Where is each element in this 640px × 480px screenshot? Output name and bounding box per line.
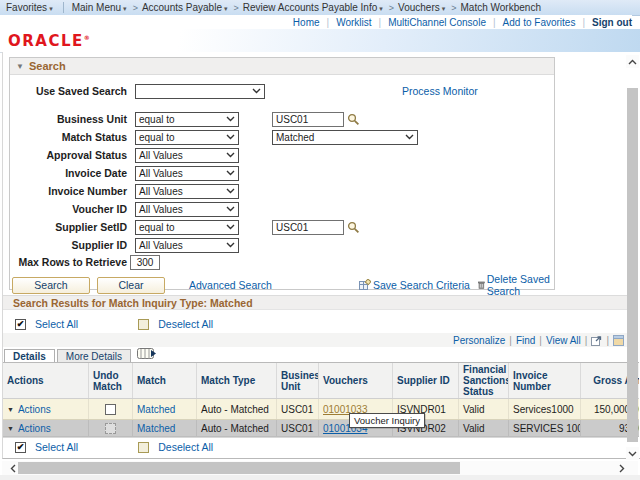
match-type-value: Auto - Matched bbox=[197, 420, 277, 436]
chevron-down-icon bbox=[226, 134, 235, 140]
voucher-id-label: Voucher ID bbox=[10, 203, 135, 215]
worklist-link[interactable]: Worklist bbox=[336, 17, 371, 28]
supplier-setid-row: Supplier SetID equal to bbox=[10, 218, 554, 236]
show-all-columns-icon[interactable] bbox=[137, 348, 157, 362]
supplier-setid-operator-select[interactable]: equal to bbox=[135, 220, 239, 235]
column-header-supplier-id: Supplier ID bbox=[393, 363, 459, 398]
header-band: ORACLE® bbox=[0, 29, 640, 53]
table-row: ▼Actions Matched Auto - Matched USC01 01… bbox=[3, 420, 639, 437]
undo-match-checkbox[interactable] bbox=[105, 404, 116, 415]
deselect-all-checkbox[interactable] bbox=[138, 319, 149, 330]
chevron-down-icon bbox=[226, 188, 235, 194]
select-all-link[interactable]: Select All bbox=[35, 441, 78, 453]
select-all-checkbox[interactable]: ✔ bbox=[15, 442, 26, 453]
tab-more-details[interactable]: More Details bbox=[57, 349, 131, 363]
invoice-number-value: SERVICES 1001 bbox=[509, 420, 581, 436]
download-grid-icon[interactable] bbox=[613, 335, 624, 346]
scrollbar-thumb[interactable] bbox=[18, 462, 460, 474]
divider: | bbox=[585, 335, 588, 346]
chevron-down-icon bbox=[226, 206, 235, 212]
trash-icon bbox=[478, 279, 485, 291]
business-unit-input[interactable] bbox=[272, 112, 344, 127]
search-button[interactable]: Search bbox=[12, 277, 90, 294]
scrollbar-thumb[interactable] bbox=[627, 88, 638, 442]
sign-out-link[interactable]: Sign out bbox=[592, 17, 632, 28]
collapse-triangle-icon: ▼ bbox=[16, 62, 24, 71]
invoice-number-select[interactable]: All Values bbox=[135, 184, 239, 199]
process-monitor-link[interactable]: Process Monitor bbox=[402, 85, 478, 97]
horizontal-scrollbar[interactable] bbox=[2, 461, 638, 475]
financial-sanctions-status-value: Valid bbox=[459, 420, 509, 436]
lookup-magnifier-icon[interactable] bbox=[347, 221, 360, 234]
delete-saved-search-link[interactable]: Delete Saved Search bbox=[478, 273, 554, 297]
save-search-criteria-link[interactable]: Save Search Criteria bbox=[359, 279, 470, 291]
invoice-number-value: Services1000 bbox=[509, 399, 581, 419]
breadcrumb-vouchers[interactable]: Vouchers▾ bbox=[398, 2, 447, 13]
breadcrumb-separator: > bbox=[233, 3, 238, 13]
invoice-date-select[interactable]: All Values bbox=[135, 166, 239, 181]
max-rows-input[interactable] bbox=[130, 255, 160, 270]
multichannel-console-link[interactable]: MultiChannel Console bbox=[388, 17, 486, 28]
column-header-business-unit: Business Unit bbox=[277, 363, 319, 398]
match-status-operator-select[interactable]: equal to bbox=[135, 130, 239, 145]
supplier-setid-input[interactable] bbox=[272, 220, 344, 235]
popup-window-icon[interactable] bbox=[591, 335, 602, 346]
business-unit-operator-select[interactable]: equal to bbox=[135, 112, 239, 127]
match-status-value-select[interactable]: Matched bbox=[272, 130, 418, 145]
row-actions-menu[interactable]: ▼Actions bbox=[7, 404, 51, 415]
add-to-favorites-link[interactable]: Add to Favorites bbox=[503, 17, 576, 28]
tab-details[interactable]: Details bbox=[4, 349, 55, 363]
use-saved-search-select[interactable] bbox=[135, 84, 265, 99]
invoice-number-label: Invoice Number bbox=[10, 185, 135, 197]
approval-status-select[interactable]: All Values bbox=[135, 148, 239, 163]
chevron-down-icon: ▾ bbox=[123, 5, 127, 12]
deselect-all-link[interactable]: Deselect All bbox=[158, 318, 213, 330]
chevron-down-icon: ▼ bbox=[7, 406, 14, 413]
breadcrumb-accounts-payable[interactable]: Accounts Payable▾ bbox=[142, 2, 230, 13]
content-area: ▼ Search Use Saved Search Process Monito… bbox=[2, 52, 640, 459]
business-unit-label: Business Unit bbox=[10, 113, 135, 125]
advanced-search-link[interactable]: Advanced Search bbox=[189, 279, 272, 291]
undo-match-checkbox[interactable] bbox=[105, 423, 116, 434]
home-link[interactable]: Home bbox=[293, 17, 320, 28]
grid-toolbar: Personalize | Find | View All | | bbox=[3, 333, 628, 347]
match-link[interactable]: Matched bbox=[137, 404, 175, 415]
clear-button[interactable]: Clear bbox=[97, 277, 165, 294]
scroll-right-icon[interactable] bbox=[615, 461, 628, 475]
save-search-icon bbox=[359, 279, 371, 291]
scroll-down-icon[interactable] bbox=[626, 447, 639, 460]
chevron-down-icon bbox=[226, 224, 235, 230]
breadcrumb-review-ap-info[interactable]: Review Accounts Payable Info▾ bbox=[243, 2, 385, 13]
results-section-header: Search Results for Match Inquiry Type: M… bbox=[3, 295, 628, 310]
voucher-id-row: Voucher ID All Values bbox=[10, 200, 554, 218]
divider: | bbox=[509, 335, 512, 346]
personalize-link[interactable]: Personalize bbox=[453, 335, 505, 346]
chevron-down-icon: ▾ bbox=[224, 5, 228, 12]
match-status-row: Match Status equal to Matched bbox=[10, 128, 554, 146]
favorites-menu[interactable]: Favorites▾ bbox=[6, 2, 55, 13]
row-actions-menu[interactable]: ▼Actions bbox=[7, 423, 51, 434]
invoice-date-row: Invoice Date All Values bbox=[10, 164, 554, 182]
breadcrumb-separator: > bbox=[133, 3, 138, 13]
voucher-id-select[interactable]: All Values bbox=[135, 202, 239, 217]
match-link[interactable]: Matched bbox=[137, 423, 175, 434]
deselect-all-checkbox[interactable] bbox=[138, 442, 149, 453]
chevron-down-icon bbox=[226, 152, 235, 158]
search-section-header[interactable]: ▼ Search bbox=[10, 58, 554, 75]
divider: | bbox=[582, 17, 585, 28]
vertical-scrollbar[interactable] bbox=[626, 55, 639, 460]
find-link[interactable]: Find bbox=[516, 335, 535, 346]
search-actions-row: Search Clear Advanced Search Save Search… bbox=[10, 276, 554, 294]
scroll-up-icon[interactable] bbox=[626, 55, 639, 68]
supplier-id-label: Supplier ID bbox=[10, 239, 135, 251]
lookup-magnifier-icon[interactable] bbox=[347, 113, 360, 126]
supplier-id-select[interactable]: All Values bbox=[135, 238, 239, 253]
voucher-inquiry-tooltip: Voucher Inquiry bbox=[349, 413, 425, 428]
supplier-id-row: Supplier ID All Values bbox=[10, 236, 554, 254]
deselect-all-link[interactable]: Deselect All bbox=[158, 441, 213, 453]
select-all-checkbox[interactable]: ✔ bbox=[15, 319, 26, 330]
view-all-link[interactable]: View All bbox=[546, 335, 581, 346]
match-workbench-page: Favorites▾ Main Menu▾ > Accounts Payable… bbox=[0, 0, 640, 480]
breadcrumb-main-menu[interactable]: Main Menu▾ bbox=[72, 2, 129, 13]
select-all-link[interactable]: Select All bbox=[35, 318, 78, 330]
